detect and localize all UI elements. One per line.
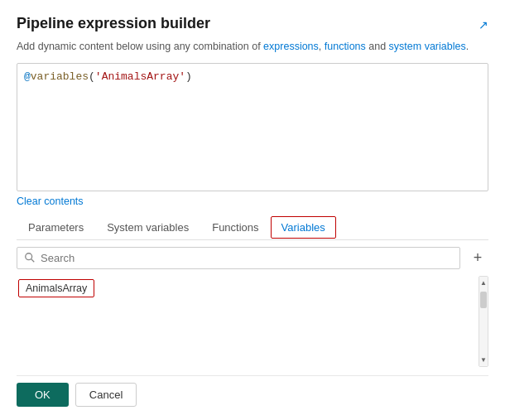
list-area-wrapper: AnimalsArray ▲ ▼ [17,276,488,367]
dialog-header: Pipeline expression builder ↗ [17,15,488,32]
cancel-button[interactable]: Cancel [75,383,137,407]
scroll-down-arrow[interactable]: ▼ [479,353,488,366]
dialog-title: Pipeline expression builder [17,15,210,32]
search-icon [24,252,36,263]
scrollbar: ▲ ▼ [479,276,488,367]
ok-button[interactable]: OK [17,383,69,407]
clear-contents-link[interactable]: Clear contents [17,196,488,207]
search-add-row: + [17,247,488,269]
tabs-row: Parameters System variables Functions Va… [17,215,488,240]
svg-point-0 [26,253,32,260]
search-input[interactable] [41,252,453,264]
functions-link[interactable]: functions [325,41,366,52]
scroll-thumb[interactable] [480,292,487,308]
list-item[interactable]: AnimalsArray [18,279,94,297]
expressions-link[interactable]: expressions [263,41,319,52]
main-content: Parameters System variables Functions Va… [17,215,488,367]
expression-editor[interactable]: @variables('AnimalsArray') [17,63,488,191]
tab-system-variables[interactable]: System variables [95,215,200,239]
tab-parameters[interactable]: Parameters [17,215,95,239]
expand-icon[interactable]: ↗ [479,18,488,31]
scroll-up-arrow[interactable]: ▲ [479,277,488,290]
scroll-track [479,290,488,353]
tab-variables[interactable]: Variables [271,216,336,239]
add-button[interactable]: + [467,247,488,268]
svg-line-1 [31,259,35,263]
search-box-container[interactable] [17,247,460,269]
variables-list: AnimalsArray [17,276,477,367]
dialog-subtitle: Add dynamic content below using any comb… [17,39,488,55]
dialog-footer: OK Cancel [17,375,488,407]
tab-functions[interactable]: Functions [200,215,270,239]
pipeline-expression-builder-dialog: Pipeline expression builder ↗ Add dynami… [0,0,505,420]
system-variables-link[interactable]: system variables [389,41,466,52]
